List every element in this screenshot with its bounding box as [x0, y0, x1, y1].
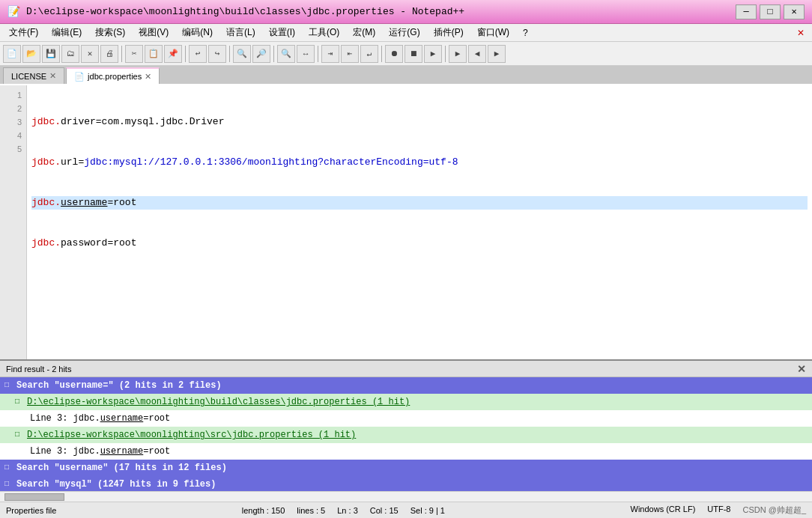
find-result-line2: Line 3: jdbc.username=root: [0, 443, 812, 460]
status-file-type: Properties file: [6, 506, 56, 515]
title-bar: 📝 D:\eclipse-workspace\moonlighting\buil…: [0, 0, 812, 24]
tab-jdbc-label: jdbc.properties: [88, 72, 142, 81]
code-line-2: jdbc.url=jdbc:mysql://127.0.0.1:3306/moo…: [31, 156, 808, 169]
close-button[interactable]: ✕: [784, 4, 805, 19]
line-num-1: 1: [0, 88, 26, 102]
tab-bar: LICENSE ✕ 📄 jdbc.properties ✕: [0, 66, 812, 85]
menu-tools[interactable]: 工具(O): [303, 25, 345, 40]
menu-bar: 文件(F) 编辑(E) 搜索(S) 视图(V) 编码(N) 语言(L) 设置(I…: [0, 24, 812, 42]
toolbar-find[interactable]: 🔍: [277, 45, 295, 63]
toolbar-paste[interactable]: 📌: [164, 45, 182, 63]
toolbar-sep1: [121, 46, 122, 62]
find-result-file1-text: D:\eclipse-workspace\moonlighting\build\…: [27, 395, 410, 409]
maximize-button[interactable]: □: [760, 4, 781, 19]
line-numbers: 1 2 3 4 5: [0, 85, 27, 359]
menu-plugins[interactable]: 插件(P): [428, 25, 470, 40]
minimize-button[interactable]: —: [736, 4, 757, 19]
status-ln: Ln : 3: [337, 506, 358, 515]
find-result-line2-text: Line 3: jdbc.username=root: [30, 445, 170, 458]
tab-jdbc-properties[interactable]: 📄 jdbc.properties ✕: [66, 67, 160, 84]
main-window: 📝 D:\eclipse-workspace\moonlighting\buil…: [0, 0, 812, 518]
toolbar-open[interactable]: 📂: [22, 45, 40, 63]
menu-file[interactable]: 文件(F): [3, 25, 44, 40]
find-panel-header: Find result - 2 hits ✕: [0, 361, 812, 377]
toolbar-sep6: [381, 46, 382, 62]
tab-license-close[interactable]: ✕: [49, 71, 56, 81]
status-right: Windows (CR LF) UTF-8 CSDN @帅超超_: [631, 505, 806, 516]
toolbar-run[interactable]: ▶: [449, 45, 467, 63]
editor-content[interactable]: jdbc.driver=com.mysql.jdbc.Driver jdbc.u…: [27, 85, 812, 359]
menu-macro[interactable]: 宏(M): [347, 25, 381, 40]
toolbar-macro-play[interactable]: ▶: [424, 45, 442, 63]
app-close-btn[interactable]: ✕: [793, 28, 809, 38]
toolbar-save[interactable]: 💾: [42, 45, 60, 63]
find-result-file2-text: D:\eclipse-workspace\moonlighting\src\jd…: [27, 428, 356, 442]
menu-settings[interactable]: 设置(I): [263, 25, 301, 40]
line-num-5: 5: [0, 142, 26, 156]
expand-icon-f1[interactable]: □: [15, 395, 24, 409]
toolbar-indent[interactable]: ⇥: [321, 45, 339, 63]
hscroll-thumb[interactable]: [4, 493, 64, 501]
find-results[interactable]: □ Search "username=" (2 hits in 2 files)…: [0, 377, 812, 491]
toolbar-sep3: [229, 46, 230, 62]
toolbar-sep5: [318, 46, 318, 62]
toolbar-macro-rec[interactable]: ⏺: [385, 45, 403, 63]
toolbar-undo[interactable]: ↩: [189, 45, 207, 63]
toolbar-sep7: [445, 46, 446, 62]
toolbar-print[interactable]: 🖨: [100, 45, 118, 63]
toolbar-wordwrap[interactable]: ↵: [360, 45, 378, 63]
toolbar-zoom-out[interactable]: 🔎: [252, 45, 270, 63]
expand-icon-1[interactable]: □: [4, 379, 13, 392]
toolbar-macro-stop[interactable]: ⏹: [405, 45, 422, 63]
status-charset: UTF-8: [707, 505, 730, 516]
toolbar-new[interactable]: 📄: [3, 45, 21, 63]
expand-icon-f2[interactable]: □: [15, 428, 24, 442]
tab-license[interactable]: LICENSE ✕: [3, 67, 64, 84]
find-result-line1-text: Line 3: jdbc.username=root: [30, 412, 170, 425]
find-result-line1: Line 3: jdbc.username=root: [0, 410, 812, 427]
menu-language[interactable]: 语言(L): [220, 25, 261, 40]
line-num-3: 3: [0, 115, 26, 129]
menu-edit[interactable]: 编辑(E): [46, 25, 88, 40]
toolbar-redo[interactable]: ↪: [208, 45, 226, 63]
toolbar: 📄 📂 💾 🗂 ✕ 🖨 ✂ 📋 📌 ↩ ↪ 🔍 🔎 🔍 ↔ ⇥ ⇤ ↵ ⏺ ⏹ …: [0, 42, 812, 66]
toolbar-zoom-in[interactable]: 🔍: [233, 45, 251, 63]
editor: 1 2 3 4 5 jdbc.driver=com.mysql.jdbc.Dri…: [0, 85, 812, 359]
toolbar-saveall[interactable]: 🗂: [61, 45, 79, 63]
toolbar-replace[interactable]: ↔: [297, 45, 315, 63]
find-result-search3-text: Search "mysql" (1247 hits in 9 files): [16, 478, 216, 491]
code-line-5: [31, 277, 808, 290]
toolbar-copy[interactable]: 📋: [145, 45, 163, 63]
line-num-2: 2: [0, 102, 26, 115]
toolbar-outdent[interactable]: ⇤: [341, 45, 359, 63]
line-num-4: 4: [0, 129, 26, 142]
tab-jdbc-close[interactable]: ✕: [145, 72, 151, 82]
toolbar-cut[interactable]: ✂: [125, 45, 143, 63]
find-panel-close-button[interactable]: ✕: [797, 363, 806, 375]
title-text: D:\eclipse-workspace\moonlighting\build\…: [26, 6, 464, 17]
status-watermark: CSDN @帅超超_: [742, 505, 806, 516]
menu-search[interactable]: 搜索(S): [89, 25, 131, 40]
status-bar: Properties file length : 150 lines : 5 L…: [0, 502, 812, 518]
find-result-file1: □ D:\eclipse-workspace\moonlighting\buil…: [0, 394, 812, 410]
toolbar-sep4: [273, 46, 274, 62]
toolbar-next[interactable]: ▶: [488, 45, 506, 63]
find-result-search2-text: Search "username" (17 hits in 12 files): [16, 461, 227, 475]
menu-run[interactable]: 运行(G): [383, 25, 425, 40]
hscroll-bar[interactable]: [0, 491, 812, 502]
status-lines: lines : 5: [297, 506, 325, 515]
menu-window[interactable]: 窗口(W): [471, 25, 515, 40]
find-result-search1: □ Search "username=" (2 hits in 2 files): [0, 377, 812, 394]
status-col: Col : 15: [370, 506, 399, 515]
toolbar-close[interactable]: ✕: [81, 45, 99, 63]
find-panel-title: Find result - 2 hits: [6, 365, 71, 374]
expand-icon-3[interactable]: □: [4, 478, 13, 491]
toolbar-prev[interactable]: ◀: [468, 45, 486, 63]
find-panel: Find result - 2 hits ✕ □ Search "usernam…: [0, 359, 812, 502]
menu-encode[interactable]: 编码(N): [176, 25, 219, 40]
status-length: length : 150: [242, 506, 285, 515]
code-line-4: jdbc.password=root: [31, 237, 808, 250]
menu-view[interactable]: 视图(V): [133, 25, 175, 40]
expand-icon-2[interactable]: □: [4, 461, 13, 475]
menu-help[interactable]: ?: [517, 26, 534, 40]
